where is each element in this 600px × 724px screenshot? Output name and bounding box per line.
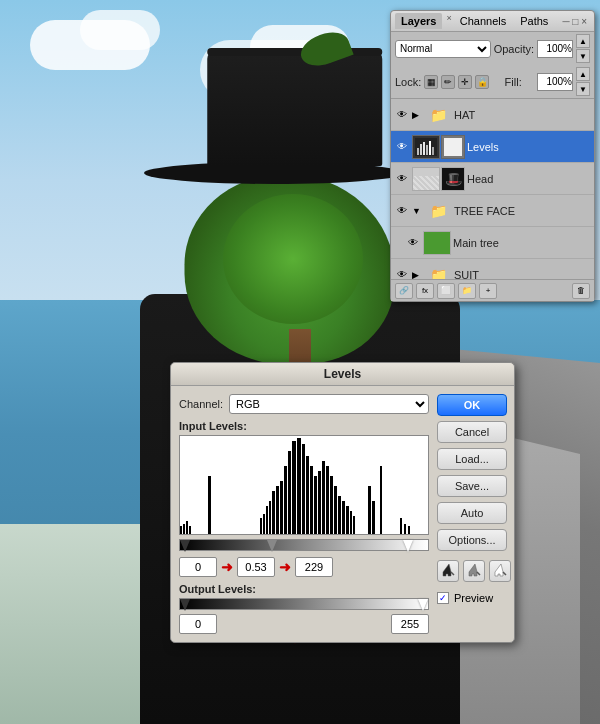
channel-select[interactable]: RGB Red Green Blue bbox=[229, 394, 429, 414]
svg-rect-17 bbox=[272, 491, 275, 534]
lock-all-icon[interactable]: 🔒 bbox=[475, 75, 489, 89]
svg-rect-22 bbox=[292, 441, 296, 534]
expand-tree-face[interactable]: ▼ bbox=[412, 206, 422, 216]
opacity-label: Opacity: bbox=[494, 43, 534, 55]
arrow-icon-2: ➜ bbox=[279, 559, 291, 575]
svg-rect-41 bbox=[404, 524, 406, 534]
layer-name-suit: SUIT bbox=[454, 269, 591, 280]
add-mask-btn[interactable]: ⬜ bbox=[437, 283, 455, 299]
black-point-input[interactable]: 0 bbox=[179, 557, 217, 577]
expand-suit[interactable]: ▶ bbox=[412, 270, 422, 280]
white-handle[interactable] bbox=[403, 540, 413, 552]
ok-button[interactable]: OK bbox=[437, 394, 507, 416]
svg-line-46 bbox=[503, 572, 506, 575]
visibility-icon-suit[interactable]: 👁 bbox=[394, 267, 410, 280]
svg-rect-24 bbox=[302, 444, 305, 534]
lock-paint-icon[interactable]: ✏ bbox=[441, 75, 455, 89]
svg-line-44 bbox=[451, 572, 454, 575]
tab-channels[interactable]: Channels bbox=[454, 13, 512, 29]
dialog-titlebar: Levels bbox=[171, 363, 514, 386]
svg-rect-14 bbox=[263, 514, 265, 534]
output-black-handle[interactable] bbox=[180, 599, 190, 611]
white-point-input[interactable]: 229 bbox=[295, 557, 333, 577]
dialog-right-panel: OK Cancel Load... Save... Auto Options..… bbox=[437, 394, 511, 634]
opacity-down-btn[interactable]: ▼ bbox=[576, 49, 590, 63]
layer-row-hat[interactable]: 👁 ▶ 📁 HAT bbox=[391, 99, 594, 131]
fx-btn[interactable]: fx bbox=[416, 283, 434, 299]
output-white-handle[interactable] bbox=[418, 599, 428, 611]
black-eyedropper[interactable] bbox=[437, 560, 459, 582]
lock-position-icon[interactable]: ✛ bbox=[458, 75, 472, 89]
expand-hat[interactable]: ▶ bbox=[412, 110, 422, 120]
visibility-icon-hat[interactable]: 👁 bbox=[394, 107, 410, 123]
layers-panel: Layers × Channels Paths ─ □ × Normal Opa… bbox=[390, 10, 595, 302]
svg-rect-9 bbox=[183, 524, 185, 534]
gray-handle[interactable] bbox=[267, 540, 277, 552]
svg-rect-5 bbox=[429, 141, 431, 155]
link-layers-btn[interactable]: 🔗 bbox=[395, 283, 413, 299]
input-levels-label: Input Levels: bbox=[179, 420, 429, 432]
new-layer-btn[interactable]: + bbox=[479, 283, 497, 299]
output-white-input[interactable]: 255 bbox=[391, 614, 429, 634]
folder-icon-tree-face: 📁 bbox=[424, 199, 452, 223]
svg-rect-36 bbox=[350, 511, 352, 534]
dialog-body: Channel: RGB Red Green Blue Input Levels… bbox=[171, 386, 514, 642]
layer-name-tree-face: TREE FACE bbox=[454, 205, 591, 217]
output-black-input[interactable]: 0 bbox=[179, 614, 217, 634]
tab-close[interactable]: × bbox=[446, 13, 451, 29]
new-group-btn[interactable]: 📁 bbox=[458, 283, 476, 299]
layer-row-tree-face[interactable]: 👁 ▼ 📁 TREE FACE bbox=[391, 195, 594, 227]
svg-rect-4 bbox=[426, 145, 428, 155]
visibility-icon-head[interactable]: 👁 bbox=[394, 171, 410, 187]
panel-close-button[interactable]: ─ □ × bbox=[559, 16, 590, 27]
svg-rect-6 bbox=[432, 147, 434, 155]
black-handle[interactable] bbox=[180, 540, 190, 552]
save-button[interactable]: Save... bbox=[437, 475, 507, 497]
tab-layers[interactable]: Layers bbox=[395, 13, 442, 29]
dialog-left-panel: Channel: RGB Red Green Blue Input Levels… bbox=[179, 394, 429, 634]
auto-button[interactable]: Auto bbox=[437, 502, 507, 524]
svg-rect-8 bbox=[180, 526, 182, 534]
levels-dialog: Levels Channel: RGB Red Green Blue Input… bbox=[170, 362, 515, 643]
gamma-input[interactable]: 0.53 bbox=[237, 557, 275, 577]
tab-paths[interactable]: Paths bbox=[514, 13, 554, 29]
cancel-button[interactable]: Cancel bbox=[437, 421, 507, 443]
histogram bbox=[179, 435, 429, 535]
visibility-icon-levels[interactable]: 👁 bbox=[394, 139, 410, 155]
svg-rect-12 bbox=[208, 476, 211, 534]
svg-rect-23 bbox=[297, 438, 301, 534]
visibility-icon-tree-face[interactable]: 👁 bbox=[394, 203, 410, 219]
fill-input[interactable] bbox=[537, 73, 573, 91]
lock-label: Lock: bbox=[395, 76, 421, 88]
svg-rect-11 bbox=[189, 526, 191, 534]
svg-rect-13 bbox=[260, 518, 262, 534]
layer-row-main-tree[interactable]: 👁 Main tree bbox=[391, 227, 594, 259]
layer-row-suit[interactable]: 👁 ▶ 📁 SUIT bbox=[391, 259, 594, 279]
layer-name-head: Head bbox=[467, 173, 591, 185]
white-eyedropper[interactable] bbox=[489, 560, 511, 582]
load-button[interactable]: Load... bbox=[437, 448, 507, 470]
output-slider-track[interactable] bbox=[179, 598, 429, 610]
layer-row-levels[interactable]: 👁 bbox=[391, 131, 594, 163]
gray-eyedropper[interactable] bbox=[463, 560, 485, 582]
folder-icon-hat: 📁 bbox=[424, 103, 452, 127]
delete-layer-btn[interactable]: 🗑 bbox=[572, 283, 590, 299]
visibility-icon-main-tree[interactable]: 👁 bbox=[405, 235, 421, 251]
svg-rect-20 bbox=[284, 466, 287, 534]
svg-rect-34 bbox=[342, 501, 345, 534]
fill-down-btn[interactable]: ▼ bbox=[576, 82, 590, 96]
svg-rect-21 bbox=[288, 451, 291, 534]
svg-rect-27 bbox=[314, 476, 317, 534]
opacity-up-btn[interactable]: ▲ bbox=[576, 34, 590, 48]
preview-checkbox[interactable] bbox=[437, 592, 449, 604]
layer-name-hat: HAT bbox=[454, 109, 591, 121]
lock-transparency-icon[interactable]: ▦ bbox=[424, 75, 438, 89]
svg-rect-1 bbox=[417, 148, 419, 155]
blend-opacity-row: Normal Opacity: ▲ ▼ bbox=[391, 32, 594, 65]
layer-row-head[interactable]: 👁 🎩 Head bbox=[391, 163, 594, 195]
opacity-input[interactable] bbox=[537, 40, 573, 58]
fill-up-btn[interactable]: ▲ bbox=[576, 67, 590, 81]
input-slider-track[interactable] bbox=[179, 539, 429, 553]
blend-mode-select[interactable]: Normal bbox=[395, 40, 491, 58]
options-button[interactable]: Options... bbox=[437, 529, 507, 551]
